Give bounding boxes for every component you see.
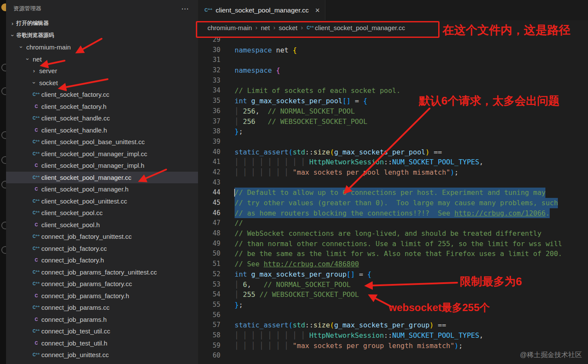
code-editor[interactable]: 2930namespace net {3132namespace {3334//… (198, 35, 588, 361)
code-line-43[interactable]: 43 (198, 178, 588, 188)
code-line-38[interactable]: 38}; (198, 126, 588, 137)
tree-folder-net[interactable]: ›net (6, 53, 198, 65)
code-token: size (313, 148, 330, 156)
code-token: , (255, 107, 268, 115)
code-line-59[interactable]: 59│ │ │ │ │ │ │ "max sockets per group l… (198, 341, 588, 351)
header-file-icon: C (32, 128, 40, 133)
tree-folder-socket[interactable]: ›socket (6, 77, 198, 89)
code-line-46[interactable]: 46// as home routers blocking the connec… (198, 208, 588, 219)
line-number: 54 (198, 290, 220, 300)
code-line-49[interactable]: 49// than normal other connections. Use … (198, 239, 588, 249)
code-line-39[interactable]: 39 (198, 137, 588, 147)
close-tab-icon[interactable]: × (315, 6, 320, 14)
code-line-57[interactable]: 57static_assert(std::size(g_max_sockets_… (198, 320, 588, 330)
code-text: }; (235, 126, 243, 137)
code-line-41[interactable]: 41│ │ │ │ │ │ │ │ │ HttpNetworkSession::… (198, 157, 588, 167)
tree-file-client_socket_handle.h[interactable]: Cclient_socket_handle.h (6, 124, 198, 136)
activity-icon-fragment (1, 181, 6, 188)
code-token: // WebSocket connections are long-lived,… (235, 229, 542, 238)
tree-file-client_socket_pool.h[interactable]: Cclient_socket_pool.h (6, 219, 198, 231)
breadcrumb-item[interactable]: client_socket_pool_manager.cc (315, 24, 405, 31)
line-number: 34 (198, 86, 220, 96)
tree-file-connect_job_factory_unittest.cc[interactable]: C⁺⁺connect_job_factory_unittest.cc (6, 231, 198, 243)
code-token: g_max_sockets_per_pool (251, 97, 343, 105)
tree-file-connect_job_params_factory.cc[interactable]: C⁺⁺connect_job_params_factory.cc (6, 278, 198, 290)
tree-file-connect_job_factory.h[interactable]: Cconnect_job_factory.h (6, 254, 198, 266)
code-line-56[interactable]: 56 (198, 310, 588, 321)
tree-file-connect_job_unittest.cc[interactable]: C⁺⁺connect_job_unittest.cc (6, 349, 198, 361)
tree-file-client_socket_pool_manager_impl.h[interactable]: Cclient_socket_pool_manager_impl.h (6, 160, 198, 172)
tree-file-client_socket_pool_unittest.cc[interactable]: C⁺⁺client_socket_pool_unittest.cc (6, 195, 198, 207)
line-number: 40 (198, 147, 220, 157)
code-token: // as home routers blocking the connecti… (235, 209, 455, 217)
code-line-29[interactable]: 29 (198, 35, 588, 45)
code-line-33[interactable]: 33 (198, 76, 588, 86)
tree-file-client_socket_pool_base_unittest.cc[interactable]: C⁺⁺client_socket_pool_base_unittest.cc (6, 136, 198, 148)
tree-file-connect_job_params_factory.h[interactable]: Cconnect_job_params_factory.h (6, 290, 198, 302)
tree-file-connect_job_test_util.cc[interactable]: C⁺⁺connect_job_test_util.cc (6, 325, 198, 337)
tree-file-connect_job_params_factory_unittest.cc[interactable]: C⁺⁺connect_job_params_factory_unittest.c… (6, 266, 198, 278)
open-editors-section[interactable]: › 打开的编辑器 (6, 17, 198, 29)
tree-file-client_socket_pool.cc[interactable]: C⁺⁺client_socket_pool.cc (6, 207, 198, 219)
tree-file-client_socket_pool_manager_impl.cc[interactable]: C⁺⁺client_socket_pool_manager_impl.cc (6, 148, 198, 160)
tree-file-connect_job_test_util.h[interactable]: Cconnect_job_test_util.h (6, 337, 198, 349)
code-line-42[interactable]: 42│ │ │ │ │ │ │ "max sockets per pool le… (198, 167, 588, 178)
tree-item-label: connect_job_params_factory_unittest.cc (41, 268, 157, 276)
tree-file-client_socket_handle.cc[interactable]: C⁺⁺client_socket_handle.cc (6, 112, 198, 124)
code-token: http://crbug.com/486800 (263, 260, 359, 268)
code-line-37[interactable]: 37│ 256 // WEBSOCKET_SOCKET_POOL (198, 117, 588, 127)
code-line-48[interactable]: 48// WebSocket connections are long-live… (198, 228, 588, 239)
code-line-52[interactable]: 52int g_max_sockets_per_group[] = { (198, 269, 588, 280)
code-line-55[interactable]: 55}; (198, 300, 588, 310)
breadcrumb-item[interactable]: socket (279, 24, 297, 31)
tree-folder-server[interactable]: ›server (6, 65, 198, 77)
code-line-51[interactable]: 51// See http://crbug.com/486800 (198, 259, 588, 269)
tree-folder-chromium-main[interactable]: ›chromium-main (6, 41, 198, 53)
code-line-47[interactable]: 47// (198, 218, 588, 228)
cpp-file-icon: C⁺⁺ (32, 234, 40, 239)
code-token: 255 (243, 290, 255, 299)
code-line-50[interactable]: 50// be the same as the limit for ws. Al… (198, 249, 588, 259)
code-line-54[interactable]: 54│ 255 // WEBSOCKET_SOCKET_POOL (198, 290, 588, 300)
code-line-35[interactable]: 35int g_max_sockets_per_pool[] = { (198, 96, 588, 106)
code-token: │ (235, 117, 243, 126)
code-token: } (235, 301, 239, 309)
more-actions-icon[interactable]: ⋯ (181, 4, 189, 13)
code-line-32[interactable]: 32namespace { (198, 65, 588, 76)
breadcrumb-item[interactable]: net (261, 24, 270, 31)
workspace-section[interactable]: › 谷歌浏览器源码 (6, 29, 198, 41)
code-token: size (313, 321, 330, 329)
activity-bar[interactable] (0, 0, 6, 364)
tree-file-client_socket_pool_manager.h[interactable]: Cclient_socket_pool_manager.h (6, 183, 198, 195)
tree-file-client_socket_factory.h[interactable]: Cclient_socket_factory.h (6, 101, 198, 113)
code-line-30[interactable]: 30namespace net { (198, 45, 588, 56)
code-line-44[interactable]: 44// Default to allow up to 6 connection… (198, 188, 588, 198)
breadcrumb-item[interactable]: chromium-main (207, 24, 252, 31)
tree-file-client_socket_pool_manager.cc[interactable]: C⁺⁺client_socket_pool_manager.cc (6, 172, 198, 184)
tree-item-label: connect_job_params.h (41, 316, 107, 323)
code-line-40[interactable]: 40static_assert(std::size(g_max_sockets_… (198, 147, 588, 157)
code-line-45[interactable]: 45// try other values (greater than 0). … (198, 198, 588, 208)
tree-file-connect_job_params.h[interactable]: Cconnect_job_params.h (6, 314, 198, 326)
code-line-53[interactable]: 53│ 6, // NORMAL_SOCKET_POOL (198, 280, 588, 290)
tab-client-socket-pool-manager[interactable]: C⁺⁺ client_socket_pool_manager.cc × (198, 0, 325, 20)
explorer-sidebar: 资源管理器 ⋯ › 打开的编辑器 › 谷歌浏览器源码 ›chromium-mai… (6, 0, 198, 364)
tree-file-connect_job_factory.cc[interactable]: C⁺⁺connect_job_factory.cc (6, 243, 198, 255)
tree-item-label: client_socket_pool_manager_impl.h (41, 162, 144, 169)
tree-file-connect_job_params.cc[interactable]: C⁺⁺connect_job_params.cc (6, 302, 198, 314)
code-line-34[interactable]: 34// Limit of sockets of each socket poo… (198, 86, 588, 96)
cpp-file-icon: C⁺⁺ (32, 175, 40, 180)
code-line-36[interactable]: 36│ 256, // NORMAL_SOCKET_POOL (198, 106, 588, 117)
activity-icon-fragment (1, 246, 6, 254)
tree-item-label: socket (39, 79, 58, 86)
activity-logo-fragment-icon (1, 3, 6, 11)
code-token: │ │ │ │ │ │ │ (235, 168, 293, 176)
tree-file-client_socket_factory.cc[interactable]: C⁺⁺client_socket_factory.cc (6, 89, 198, 101)
code-token: :: (305, 148, 313, 156)
code-token: int (235, 270, 247, 278)
code-token: namespace (235, 46, 272, 54)
code-token: │ (235, 107, 243, 115)
code-line-58[interactable]: 58│ │ │ │ │ │ │ │ │ HttpNetworkSession::… (198, 330, 588, 341)
code-token: std (293, 148, 305, 156)
code-line-31[interactable]: 31 (198, 55, 588, 65)
